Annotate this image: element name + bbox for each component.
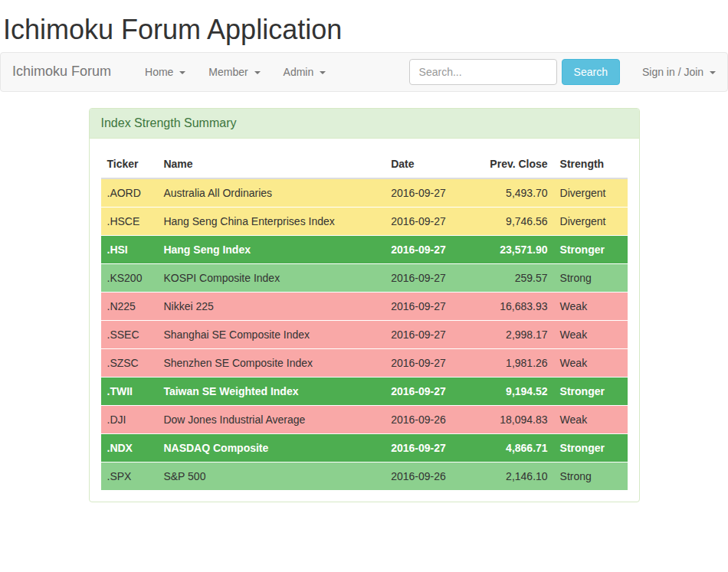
table-row: .HSCEHang Seng China Enterprises Index20…: [101, 207, 628, 235]
chevron-down-icon: [179, 71, 185, 74]
cell-ticker: .KS200: [101, 263, 158, 292]
cell-ticker: .AORD: [101, 178, 158, 208]
cell-ticker: .TWII: [101, 377, 158, 405]
cell-date: 2016-09-27: [385, 263, 483, 292]
cell-date: 2016-09-26: [385, 405, 483, 433]
table-row: .KS200KOSPI Composite Index2016-09-27259…: [101, 263, 628, 292]
table-row: .AORDAustralia All Ordinaries2016-09-275…: [101, 178, 628, 208]
table-row: .HSIHang Seng Index2016-09-2723,571.90St…: [101, 235, 628, 263]
cell-prev: 4,866.71: [483, 433, 554, 462]
nav-item-home[interactable]: Home: [133, 54, 197, 90]
cell-name: S&P 500: [157, 462, 385, 490]
table-row: .SSECShanghai SE Composite Index2016-09-…: [101, 320, 628, 348]
table-row: .N225Nikkei 2252016-09-2716,683.93Weak: [101, 292, 628, 320]
cell-strength: Divergent: [554, 207, 628, 235]
nav-item-member-label: Member: [208, 66, 248, 78]
search-input[interactable]: [409, 59, 557, 85]
cell-prev: 2,998.17: [483, 320, 554, 348]
cell-name: Shanghai SE Composite Index: [157, 320, 385, 348]
cell-ticker: .HSCE: [101, 207, 158, 235]
cell-date: 2016-09-27: [385, 207, 483, 235]
nav-item-admin[interactable]: Admin: [272, 54, 338, 90]
cell-date: 2016-09-26: [385, 462, 483, 490]
cell-date: 2016-09-27: [385, 377, 483, 405]
search-button[interactable]: Search: [562, 59, 620, 85]
column-header-strength: Strength: [554, 150, 628, 178]
cell-prev: 1,981.26: [483, 348, 554, 377]
nav-item-member[interactable]: Member: [197, 54, 271, 90]
cell-prev: 16,683.93: [483, 292, 554, 320]
cell-ticker: .NDX: [101, 433, 158, 462]
cell-strength: Stronger: [554, 235, 628, 263]
signin-join-label: Sign in / Join: [642, 66, 703, 78]
table-row: .SPXS&P 5002016-09-262,146.10Strong: [101, 462, 628, 490]
table-row: .NDXNASDAQ Composite2016-09-274,866.71St…: [101, 433, 628, 462]
navbar-right: Search Sign in / Join: [409, 59, 727, 85]
cell-ticker: .HSI: [101, 235, 158, 263]
table-row: .DJIDow Jones Industrial Average2016-09-…: [101, 405, 628, 433]
cell-name: Nikkei 225: [157, 292, 385, 320]
cell-ticker: .N225: [101, 292, 158, 320]
index-strength-panel: Index Strength Summary Ticker Name Date …: [89, 108, 640, 502]
cell-strength: Strong: [554, 462, 628, 490]
panel-heading: Index Strength Summary: [90, 109, 639, 139]
cell-name: NASDAQ Composite: [157, 433, 385, 462]
table-header: Ticker Name Date Prev. Close Strength: [101, 150, 628, 178]
table-header-row: Ticker Name Date Prev. Close Strength: [101, 150, 628, 178]
chevron-down-icon: [320, 71, 326, 74]
cell-prev: 9,194.52: [483, 377, 554, 405]
column-header-date: Date: [385, 150, 483, 178]
chevron-down-icon: [254, 71, 261, 74]
cell-prev: 23,571.90: [483, 235, 554, 263]
cell-strength: Divergent: [554, 178, 628, 208]
column-header-name: Name: [157, 150, 385, 178]
cell-prev: 9,746.56: [483, 207, 554, 235]
column-header-prev-close: Prev. Close: [483, 150, 554, 178]
index-table-body: .AORDAustralia All Ordinaries2016-09-275…: [101, 178, 628, 490]
cell-name: Dow Jones Industrial Average: [157, 405, 385, 433]
cell-date: 2016-09-27: [385, 433, 483, 462]
cell-date: 2016-09-27: [385, 292, 483, 320]
cell-name: KOSPI Composite Index: [157, 263, 385, 292]
cell-strength: Weak: [554, 320, 628, 348]
cell-strength: Weak: [554, 348, 628, 377]
cell-ticker: .DJI: [101, 405, 158, 433]
cell-prev: 5,493.70: [483, 178, 554, 208]
cell-name: Shenzhen SE Composite Index: [157, 348, 385, 377]
cell-strength: Stronger: [554, 377, 628, 405]
cell-name: Taiwan SE Weighted Index: [157, 377, 385, 405]
signin-join-menu[interactable]: Sign in / Join: [642, 66, 716, 78]
cell-prev: 2,146.10: [483, 462, 554, 490]
cell-name: Hang Seng Index: [157, 235, 385, 263]
navbar: Ichimoku Forum Home Member Admin Search …: [0, 52, 728, 92]
navbar-brand[interactable]: Ichimoku Forum: [1, 52, 123, 91]
table-row: .SZSCShenzhen SE Composite Index2016-09-…: [101, 348, 628, 377]
nav-item-home-label: Home: [145, 66, 173, 78]
nav-links: Home Member Admin: [133, 54, 337, 90]
page-title: Ichimoku Forum Application: [0, 0, 728, 52]
cell-name: Hang Seng China Enterprises Index: [157, 207, 385, 235]
cell-ticker: .SSEC: [101, 320, 158, 348]
table-row: .TWIITaiwan SE Weighted Index2016-09-279…: [101, 377, 628, 405]
cell-date: 2016-09-27: [385, 320, 483, 348]
cell-name: Australia All Ordinaries: [157, 178, 385, 208]
cell-strength: Weak: [554, 405, 628, 433]
chevron-down-icon: [710, 71, 716, 74]
panel-body: Ticker Name Date Prev. Close Strength .A…: [90, 139, 639, 502]
cell-ticker: .SPX: [101, 462, 158, 490]
cell-strength: Stronger: [554, 433, 628, 462]
cell-prev: 259.57: [483, 263, 554, 292]
column-header-ticker: Ticker: [101, 150, 158, 178]
cell-date: 2016-09-27: [385, 235, 483, 263]
cell-date: 2016-09-27: [385, 348, 483, 377]
index-strength-table: Ticker Name Date Prev. Close Strength .A…: [101, 150, 628, 490]
cell-prev: 18,094.83: [483, 405, 554, 433]
cell-strength: Weak: [554, 292, 628, 320]
cell-strength: Strong: [554, 263, 628, 292]
nav-item-admin-label: Admin: [284, 66, 314, 78]
cell-ticker: .SZSC: [101, 348, 158, 377]
cell-date: 2016-09-27: [385, 178, 483, 208]
